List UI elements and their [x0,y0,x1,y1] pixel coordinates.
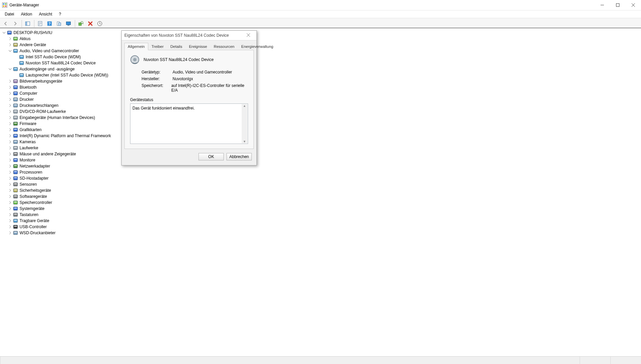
update-driver-button[interactable] [95,19,104,28]
tree-category[interactable]: Prozessoren [2,169,639,175]
tree-category[interactable]: Systemgeräte [2,206,639,212]
tree-category[interactable]: Audio, Video und Gamecontroller [2,48,639,54]
menu-view[interactable]: Ansicht [36,11,55,17]
tree-category[interactable]: DVD/CD-ROM-Laufwerke [2,109,639,115]
expander-icon[interactable] [8,188,12,192]
tree-category[interactable]: Drucker [2,96,639,102]
help-button[interactable]: ? [45,19,54,28]
minimize-icon [601,3,604,7]
monitor-button[interactable] [64,19,73,28]
svg-rect-39 [14,92,17,93]
tree-category[interactable]: Bluetooth [2,84,639,90]
expander-icon[interactable] [8,152,12,156]
show-hide-tree-button[interactable] [23,19,32,28]
tab-power[interactable]: Energieverwaltung [238,43,277,50]
tree-root[interactable]: DESKTOP-RUSHVIU [2,30,639,36]
dialog-title-bar[interactable]: Eigenschaften von Nuvoton SST Nau88L24 C… [122,31,256,40]
tree-category[interactable]: Speichercontroller [2,200,639,206]
expander-icon[interactable] [8,213,12,217]
tree-category[interactable]: Laufwerke [2,145,639,151]
minimize-button[interactable] [594,0,610,10]
tab-details[interactable]: Details [167,43,186,50]
expander-icon[interactable] [8,110,12,114]
expander-icon[interactable] [8,103,12,108]
svg-rect-77 [14,208,17,209]
tree-category[interactable]: Firmware [2,121,639,127]
tab-resources[interactable]: Ressourcen [210,43,238,50]
tree-category[interactable]: Grafikkarten [2,127,639,133]
expander-icon[interactable] [8,43,12,47]
tree-category[interactable]: WSD-Druckanbieter [2,230,639,236]
expander-icon[interactable] [8,201,12,205]
tab-events[interactable]: Ereignisse [186,43,211,50]
expander-icon[interactable] [8,85,12,89]
tree-category[interactable]: Bildverarbeitungsgeräte [2,78,639,84]
maximize-button[interactable] [610,0,625,10]
expander-icon[interactable] [8,182,12,186]
tree-device[interactable]: Lautsprecher (Intel SST Audio Device (WD… [2,72,639,78]
expander-icon[interactable] [8,122,12,126]
expander-icon[interactable] [8,194,12,199]
expander-icon[interactable] [8,79,12,83]
tree-category[interactable]: Sicherheitsgeräte [2,187,639,193]
dialog-close-button[interactable] [243,33,254,38]
tree-category[interactable]: Druckwarteschlangen [2,102,639,109]
tree-category[interactable]: SD-Hostadapter [2,175,639,181]
expander-icon[interactable] [8,91,12,95]
nav-forward-button[interactable] [11,19,20,28]
expander-icon[interactable] [8,231,12,235]
menu-help[interactable]: ? [56,11,64,17]
battery-icon [13,36,18,41]
tab-driver[interactable]: Treiber [148,43,167,50]
expander-icon[interactable] [2,31,6,35]
tree-category[interactable]: USB-Controller [2,224,639,230]
location-label: Speicherort: [142,83,171,93]
tree-category[interactable]: Eingabegeräte (Human Interface Devices) [2,115,639,121]
tree-category[interactable]: Akkus [2,36,639,42]
close-button[interactable] [625,0,641,10]
properties-button[interactable] [36,19,44,28]
tree-category[interactable]: Tastaturen [2,212,639,218]
tree-category[interactable]: Sensoren [2,181,639,187]
tree-device[interactable]: Nuvoton SST Nau88L24 Codec Device [2,60,639,66]
expander-icon[interactable] [8,116,12,120]
expander-icon[interactable] [8,146,12,150]
tree-category[interactable]: Computer [2,90,639,96]
expander-icon[interactable] [8,176,12,180]
expander-icon[interactable] [8,128,12,132]
tree-category[interactable]: Intel(R) Dynamic Platform and Thermal Fr… [2,133,639,139]
tree-category[interactable]: Andere Geräte [2,42,639,48]
expander-icon[interactable] [8,219,12,223]
tree-category[interactable]: Softwaregeräte [2,193,639,200]
menu-file[interactable]: Datei [2,11,17,17]
expander-icon[interactable] [8,67,12,71]
expander-icon[interactable] [8,158,12,162]
menu-action[interactable]: Aktion [18,11,35,17]
expander-icon[interactable] [8,37,12,41]
tree-category[interactable]: Monitore [2,157,639,163]
expander-icon[interactable] [8,97,12,101]
ok-button[interactable]: OK [199,153,224,160]
tree-device[interactable]: Intel SST Audio Device (WDM) [2,54,639,60]
expander-icon[interactable] [8,207,12,211]
expander-icon[interactable] [8,140,12,144]
expander-icon[interactable] [8,225,12,229]
tree-category[interactable]: Audioeingänge und -ausgänge [2,66,639,72]
expander-icon[interactable] [8,170,12,174]
device-tree[interactable]: DESKTOP-RUSHVIU Akkus Andere Geräte Audi… [0,28,641,356]
svg-rect-61 [14,159,17,160]
tree-category[interactable]: Kameras [2,139,639,145]
action-button[interactable] [55,19,63,28]
status-scrollbar[interactable]: ▲ ▼ [242,104,247,143]
expander-icon[interactable] [8,134,12,138]
tab-general[interactable]: Allgemein [124,43,148,50]
scan-hardware-button[interactable] [77,19,85,28]
expander-icon[interactable] [8,164,12,168]
tree-category[interactable]: Netzwerkadapter [2,163,639,169]
cancel-button[interactable]: Abbrechen [226,153,252,160]
uninstall-button[interactable] [86,19,95,28]
tree-category[interactable]: Mäuse und andere Zeigegeräte [2,151,639,157]
nav-back-button[interactable] [1,19,10,28]
expander-icon[interactable] [8,49,12,53]
tree-category[interactable]: Tragbare Geräte [2,218,639,224]
